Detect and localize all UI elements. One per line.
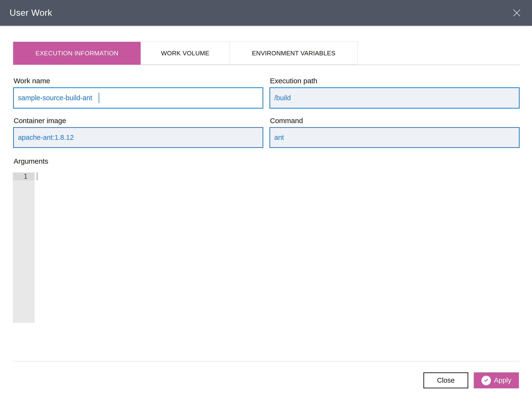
- container-image-label: Container image: [14, 117, 66, 125]
- command-input[interactable]: [269, 127, 519, 148]
- close-button[interactable]: Close: [423, 372, 468, 388]
- close-icon[interactable]: [510, 6, 524, 20]
- execution-path-label: Execution path: [270, 77, 317, 85]
- container-image-input[interactable]: [13, 127, 263, 148]
- arguments-editor-content[interactable]: [35, 172, 519, 323]
- command-label: Command: [270, 117, 303, 125]
- arguments-label: Arguments: [14, 157, 48, 165]
- tab-work-volume[interactable]: WORK VOLUME: [141, 42, 230, 65]
- dialog-header: User Work: [0, 0, 532, 26]
- apply-button-label: Apply: [494, 376, 512, 384]
- apply-button[interactable]: Apply: [474, 372, 519, 388]
- editor-cursor: [37, 172, 38, 180]
- check-circle-icon: [481, 376, 491, 385]
- dialog-title: User Work: [10, 8, 52, 18]
- line-number: 1: [13, 172, 35, 180]
- tab-execution-information[interactable]: EXECUTION INFORMATION: [13, 42, 141, 65]
- arguments-editor[interactable]: 1: [13, 172, 519, 323]
- execution-path-input[interactable]: [269, 87, 519, 108]
- footer-divider: [13, 361, 519, 361]
- work-name-label: Work name: [14, 77, 50, 85]
- work-name-input[interactable]: [13, 87, 263, 108]
- tab-bar: EXECUTION INFORMATION WORK VOLUME ENVIRO…: [13, 42, 520, 65]
- editor-line-number-gutter: 1: [13, 172, 35, 323]
- tab-environment-variables[interactable]: ENVIRONMENT VARIABLES: [230, 42, 358, 65]
- text-cursor: [99, 93, 99, 103]
